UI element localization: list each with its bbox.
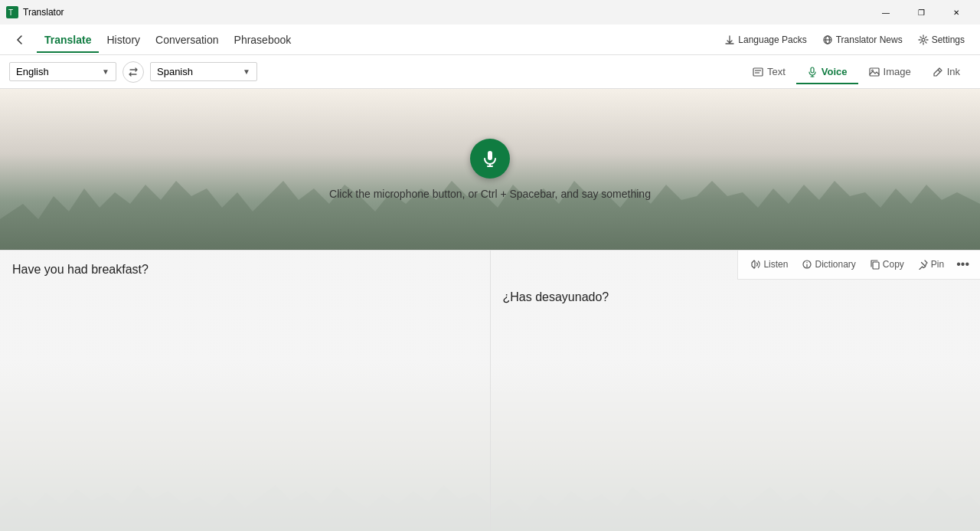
menubar-right-buttons: Language Packs Translator News Settings bbox=[718, 31, 971, 48]
settings-button[interactable]: Settings bbox=[912, 31, 971, 48]
svg-line-14 bbox=[938, 70, 940, 72]
microphone-icon bbox=[481, 149, 499, 168]
voice-section: Click the microphone button, or Ctrl + S… bbox=[0, 89, 980, 250]
back-button[interactable] bbox=[9, 29, 31, 51]
restore-button[interactable]: ❐ bbox=[903, 0, 939, 25]
source-language-select[interactable]: English ▼ bbox=[9, 62, 116, 81]
swap-languages-button[interactable] bbox=[122, 61, 144, 83]
panel-background bbox=[0, 251, 490, 531]
image-mode-button[interactable]: Image bbox=[858, 60, 922, 84]
swap-icon bbox=[127, 66, 139, 78]
language-packs-button[interactable]: Language Packs bbox=[718, 31, 812, 48]
svg-rect-9 bbox=[811, 67, 814, 73]
app-title: Translator bbox=[23, 7, 64, 18]
svg-rect-12 bbox=[870, 68, 879, 76]
microphone-button[interactable] bbox=[470, 139, 510, 179]
source-text-panel: Have you had breakfast? bbox=[0, 250, 491, 531]
svg-point-5 bbox=[922, 38, 925, 41]
settings-icon bbox=[918, 34, 929, 45]
app-icon: T bbox=[6, 6, 18, 18]
language-bar: English ▼ Spanish ▼ Text Voice bbox=[0, 55, 980, 89]
chevron-down-icon: ▼ bbox=[102, 67, 109, 76]
translation-area: Listen Dictionary Copy Pin ••• bbox=[0, 250, 980, 531]
text-mode-button[interactable]: Text bbox=[742, 60, 796, 84]
svg-text:T: T bbox=[8, 8, 13, 17]
target-text: ¿Has desayunado? bbox=[503, 263, 969, 304]
mode-buttons: Text Voice Image Ink bbox=[742, 60, 971, 84]
target-language-select[interactable]: Spanish ▼ bbox=[150, 62, 257, 81]
nav-translate[interactable]: Translate bbox=[37, 28, 99, 52]
target-text-panel: ¿Has desayunado? bbox=[491, 250, 981, 531]
ink-icon bbox=[933, 67, 943, 77]
menubar: Translate History Conversation Phraseboo… bbox=[0, 25, 980, 55]
nav-history[interactable]: History bbox=[99, 28, 148, 52]
voice-icon bbox=[807, 67, 818, 77]
source-text: Have you had breakfast? bbox=[12, 263, 478, 277]
ink-mode-button[interactable]: Ink bbox=[922, 60, 971, 84]
mic-hint-text: Click the microphone button, or Ctrl + S… bbox=[329, 188, 651, 200]
svg-rect-6 bbox=[753, 68, 763, 76]
image-icon bbox=[869, 67, 880, 77]
translator-news-button[interactable]: Translator News bbox=[816, 31, 909, 48]
svg-rect-15 bbox=[488, 151, 492, 160]
titlebar: T Translator — ❐ ✕ bbox=[0, 0, 980, 25]
nav-phrasebook[interactable]: Phrasebook bbox=[227, 28, 299, 52]
text-icon bbox=[753, 67, 763, 77]
download-icon bbox=[724, 34, 735, 45]
window-controls: — ❐ ✕ bbox=[868, 0, 974, 25]
nav-conversation[interactable]: Conversation bbox=[148, 28, 227, 52]
minimize-button[interactable]: — bbox=[868, 0, 903, 25]
globe-icon bbox=[822, 34, 833, 45]
close-button[interactable]: ✕ bbox=[939, 0, 974, 25]
voice-mode-button[interactable]: Voice bbox=[796, 60, 858, 84]
chevron-down-icon: ▼ bbox=[243, 67, 250, 76]
